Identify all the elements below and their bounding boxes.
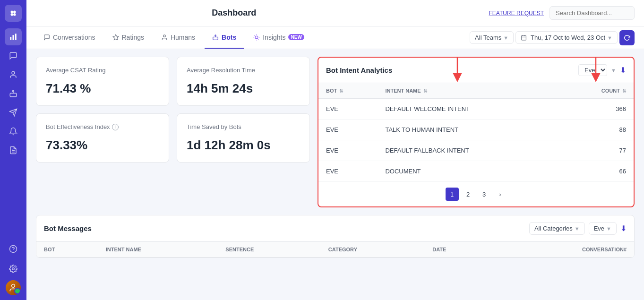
sort-bot-icon[interactable]: ⇅ [339,88,343,94]
bot-select[interactable]: Eve [578,64,607,76]
svg-point-7 [12,71,15,74]
page-3-button[interactable]: 3 [478,188,491,201]
metric-csat: Average CSAT Rating 71.43 % [36,57,169,106]
svg-rect-4 [10,37,11,40]
svg-point-2 [11,13,14,16]
user-avatar[interactable] [6,280,21,295]
bot-messages-download-icon[interactable]: ⬇ [620,224,627,233]
metric-csat-value: 71.43 % [46,81,159,96]
svg-marker-21 [113,34,119,40]
download-icon[interactable]: ⬇ [620,66,626,75]
cell-bot-2: EVE [318,120,378,140]
info-icon[interactable]: i [112,124,119,130]
feature-request-link[interactable]: FEATURE REQUEST [489,10,544,17]
sidebar-icon-bots[interactable] [5,85,22,102]
cell-intent-1: DEFAULT WELCOME INTENT [378,99,560,120]
col-intent[interactable]: INTENT NAME ⇅ [378,83,560,99]
metric-resolution: Average Resolution Time 14h 5m 24s [177,57,310,106]
date-filter-chevron-icon: ▼ [607,35,612,41]
cell-intent-4: DOCUMENT [378,161,560,182]
tab-humans[interactable]: Humans [154,26,203,49]
page-1-button[interactable]: 1 [446,188,459,201]
svg-point-20 [12,284,15,288]
svg-point-26 [255,36,258,39]
table-row: EVE DOCUMENT 66 [318,161,634,182]
svg-rect-33 [522,35,526,40]
col-bm-bot[interactable]: BOT [36,242,98,257]
sidebar [0,0,26,300]
tab-bots[interactable]: Bots [205,26,244,49]
col-bm-sentence[interactable]: SENTENCE [218,242,321,257]
col-bm-date[interactable]: DATE [425,242,493,257]
col-count[interactable]: COUNT ⇅ [560,83,634,99]
svg-point-19 [12,268,15,270]
svg-point-24 [215,34,216,35]
col-bot[interactable]: BOT ⇅ [318,83,378,99]
sidebar-icon-reports[interactable] [5,28,22,45]
sidebar-icon-help[interactable] [5,240,22,257]
table-row: EVE TALK TO HUMAN INTENT 88 [318,120,634,140]
cell-count-1: 366 [560,99,634,120]
cell-count-2: 88 [560,120,634,140]
svg-point-9 [13,90,14,92]
sidebar-icon-reports2[interactable] [5,142,22,159]
topbar: Dashboard FEATURE REQUEST [26,0,644,26]
app-logo[interactable] [5,5,22,22]
metric-time-saved: Time Saved by Bots 1d 12h 28m 0s [177,113,310,163]
refresh-button[interactable] [619,30,635,45]
svg-rect-8 [10,93,17,97]
svg-line-30 [258,39,259,39]
sidebar-icon-settings[interactable] [5,260,22,277]
table-row: EVE DEFAULT WELCOME INTENT 366 [318,99,634,120]
page-title: Dashboard [26,8,489,18]
sidebar-icon-notifications[interactable] [5,123,22,140]
cell-intent-2: TALK TO HUMAN INTENT [378,120,560,140]
cell-bot-3: EVE [318,140,378,161]
col-bm-category[interactable]: CATEGORY [321,242,425,257]
sidebar-icon-conversations[interactable] [5,47,22,64]
analytics-title: Bot Intent Analytics [326,66,392,74]
bot-messages-title: Bot Messages [44,224,92,232]
sidebar-icon-campaigns[interactable] [5,104,22,121]
metric-effectiveness-value: 73.33% [46,138,159,153]
col-bm-intent[interactable]: INTENT NAME [98,242,218,257]
category-filter[interactable]: All Categories ▼ [529,222,585,235]
page-next-button[interactable]: › [494,188,507,201]
sort-count-icon[interactable]: ⇅ [622,88,626,94]
tab-conversations[interactable]: Conversations [36,26,103,49]
analytics-table: BOT ⇅ INTENT NAME ⇅ COUNT ⇅ [318,83,634,182]
svg-point-0 [11,11,14,14]
svg-rect-6 [15,34,17,40]
team-filter[interactable]: All Teams ▼ [470,31,514,44]
svg-rect-5 [13,35,14,40]
svg-point-1 [13,11,16,14]
svg-line-29 [255,35,255,35]
pagination: 1 2 3 › [318,182,634,206]
bot-messages-controls: All Categories ▼ Eve ▼ ⬇ [529,222,627,235]
sidebar-icon-contacts[interactable] [5,66,22,83]
new-badge: NEW [288,34,304,40]
table-row: EVE DEFAULT FALLBACK INTENT 77 [318,140,634,161]
cell-count-4: 66 [560,161,634,182]
search-input[interactable] [550,6,635,20]
metric-resolution-label: Average Resolution Time [187,67,300,74]
bot-messages-header: Bot Messages All Categories ▼ Eve ▼ ⬇ [36,215,634,242]
sort-intent-icon[interactable]: ⇅ [423,88,427,94]
bot-messages-table: BOT INTENT NAME SENTENCE CATEGORY DATE C… [36,242,634,257]
nav-tabs: Conversations Ratings Humans Bots Insigh… [26,26,644,49]
tab-insights[interactable]: Insights NEW [246,26,312,49]
bot-intent-analytics-panel: Bot Intent Analytics Eve ▼ ⬇ BOT [318,57,635,207]
bot-messages-bot-filter[interactable]: Eve ▼ [589,222,617,235]
date-filter[interactable]: Thu, 17 Oct to Wed, 23 Oct ▼ [515,31,618,44]
metric-csat-label: Average CSAT Rating [46,67,159,74]
category-chevron-icon: ▼ [575,226,580,231]
page-2-button[interactable]: 2 [462,188,475,201]
cell-bot-1: EVE [318,99,378,120]
bot-messages-chevron-icon: ▼ [606,226,611,231]
tab-ratings[interactable]: Ratings [105,26,152,49]
panel-chevron-icon: ▼ [611,68,616,73]
metric-resolution-value: 14h 5m 24s [187,81,300,96]
col-bm-conversation[interactable]: CONVERSATION# [493,242,634,257]
analytics-controls: Eve ▼ ⬇ [578,64,626,76]
topbar-right: FEATURE REQUEST [489,6,635,20]
